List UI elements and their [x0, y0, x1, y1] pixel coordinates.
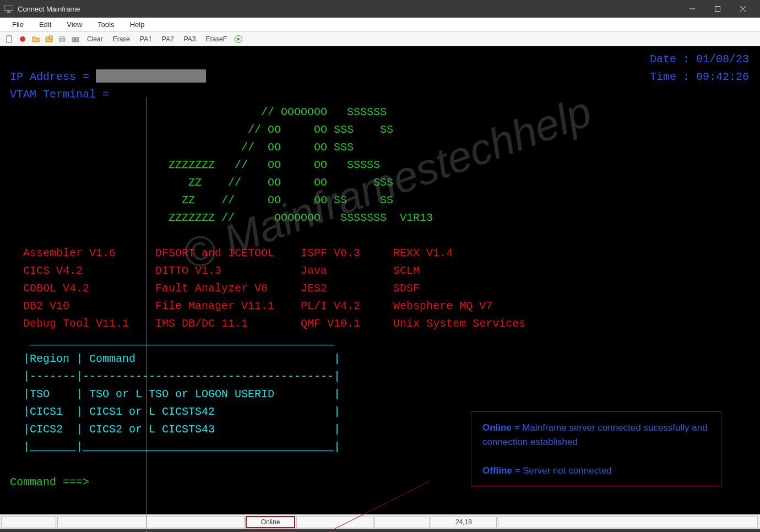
menu-help[interactable]: Help — [122, 19, 153, 30]
svg-point-8 — [20, 36, 25, 42]
menu-edit[interactable]: Edit — [31, 19, 59, 30]
zos-ascii-art: // OOOOOOO SSSSSS // OO OO SSS SS // OO … — [10, 106, 433, 224]
save-icon[interactable] — [44, 34, 54, 44]
bug-icon[interactable] — [18, 34, 28, 44]
svg-rect-0 — [4, 5, 13, 10]
status-bar: Online 24,18 — [0, 514, 760, 529]
status-cell-5 — [374, 516, 430, 528]
status-cursor-pos: 24,18 — [431, 516, 497, 528]
annotation-online-text: = Mainframe server connected sucessfully… — [482, 422, 708, 447]
window-title: Connect Mainframe — [18, 5, 680, 13]
menu-bar: File Edit View Tools Help — [0, 18, 760, 32]
run-icon[interactable] — [234, 34, 243, 44]
status-connection: Online — [246, 516, 295, 528]
toolbar-pa2[interactable]: PA2 — [159, 34, 177, 44]
status-cell-1 — [1, 516, 56, 528]
camera-icon[interactable] — [70, 34, 80, 44]
command-prompt[interactable]: Command ===> — [10, 476, 89, 488]
vtam-terminal-label: VTAM Terminal = — [10, 88, 109, 101]
region-command-table: ________________________________________… — [10, 335, 340, 453]
ip-address-label: IP Address = — [10, 70, 96, 83]
annotation-offline-text: = Server not connected — [512, 465, 612, 476]
svg-rect-11 — [61, 36, 64, 39]
status-cell-7 — [498, 516, 758, 528]
products-list: Assembler V1.6 DFSORT and ICETOOL ISPF V… — [10, 247, 525, 330]
open-folder-icon[interactable] — [31, 34, 41, 44]
svg-rect-4 — [715, 7, 720, 12]
toolbar-pa1[interactable]: PA1 — [137, 34, 155, 44]
maximize-button[interactable] — [705, 0, 730, 18]
status-annotation-box: Online = Mainframe server connected suce… — [471, 411, 721, 486]
toolbar-erase[interactable]: Erase — [110, 34, 133, 44]
menu-file[interactable]: File — [4, 19, 31, 30]
status-cell-4 — [296, 516, 373, 528]
toolbar-pa3[interactable]: PA3 — [181, 34, 199, 44]
menu-tools[interactable]: Tools — [90, 19, 122, 30]
toolbar-erasef[interactable]: EraseF — [202, 34, 230, 44]
svg-rect-1 — [7, 12, 10, 13]
minimize-button[interactable] — [680, 0, 705, 18]
terminal-area[interactable]: Date : 01/08/23 Time : 09:42:26 IP Addre… — [0, 46, 760, 514]
menu-view[interactable]: View — [59, 19, 90, 30]
title-bar: Connect Mainframe — [0, 0, 760, 18]
print-icon[interactable] — [57, 34, 67, 44]
app-icon — [4, 5, 13, 13]
toolbar: Clear Erase PA1 PA2 PA3 EraseF — [0, 32, 760, 46]
close-button[interactable] — [730, 0, 756, 18]
svg-rect-9 — [49, 36, 52, 39]
annotation-online-label: Online — [482, 422, 512, 433]
ip-address-masked — [96, 69, 206, 83]
new-doc-icon[interactable] — [4, 34, 14, 44]
svg-point-13 — [74, 38, 77, 41]
annotation-offline-label: Offline — [482, 465, 512, 476]
status-cell-2 — [57, 516, 245, 528]
toolbar-clear[interactable]: Clear — [84, 34, 106, 44]
